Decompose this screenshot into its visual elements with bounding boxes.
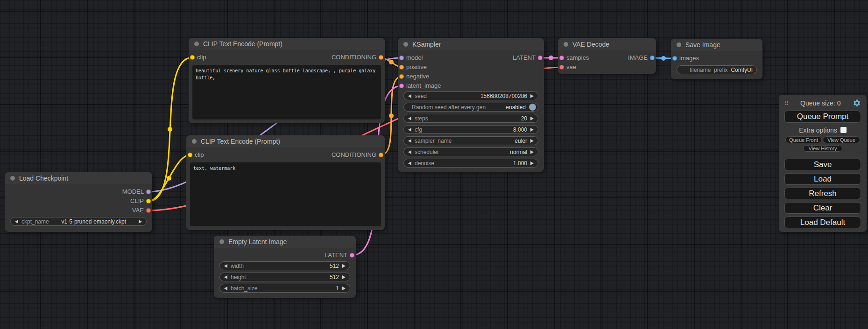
decrement-arrow-icon[interactable] [408,94,411,98]
clear-label: Clear [813,203,833,213]
link-midpoint-dot[interactable] [661,56,666,61]
denoise-widget[interactable]: denoise 1.000 [403,159,538,168]
link-midpoint-dot[interactable] [168,127,172,132]
height-widget[interactable]: height 512 [219,273,350,281]
refresh-button[interactable]: Refresh [784,188,861,199]
load-button[interactable]: Load [784,173,861,185]
decrement-arrow-icon[interactable] [408,150,411,154]
port-label: samples [566,54,589,61]
negative-prompt-textarea[interactable]: text, watermark [190,162,381,226]
positive-prompt-textarea[interactable]: beautiful scenery nature glass bottle la… [192,65,381,119]
port-conditioning-output-dot[interactable] [379,55,383,60]
collapse-dot-icon[interactable] [564,42,568,47]
link-midpoint-dot[interactable] [549,56,553,60]
increment-arrow-icon[interactable] [342,275,346,279]
cfg-widget[interactable]: cfg 8.000 [403,125,538,134]
decrement-arrow-icon[interactable] [15,220,18,224]
collapse-dot-icon[interactable] [677,42,681,47]
link-midpoint-dot[interactable] [389,60,394,64]
node-titlebar[interactable]: CLIP Text Encode (Prompt) [186,135,385,147]
random-seed-widget[interactable]: Random seed after every gen enabled [403,103,538,112]
port-clip-input-dot[interactable] [190,55,195,60]
queue-prompt-button[interactable]: Queue Prompt [784,111,861,123]
toggle-on-icon[interactable] [529,104,536,111]
port-clip-input-dot[interactable] [188,153,192,157]
decrement-arrow-icon[interactable] [408,139,411,143]
port-model-input-dot[interactable] [399,56,404,60]
decrement-arrow-icon[interactable] [408,128,411,132]
port-vae-output-dot[interactable] [146,208,151,213]
decrement-arrow-icon[interactable] [408,161,411,165]
port-clip-output-dot[interactable] [146,199,151,203]
ckpt-name-widget[interactable]: ckpt_name v1-5-pruned-emaonly.ckpt [10,217,147,226]
node-title: Empty Latent Image [228,238,287,245]
port-image-output-dot[interactable] [650,56,655,60]
input-negative: negative [398,72,429,81]
collapse-dot-icon[interactable] [194,42,199,46]
port-samples-input-dot[interactable] [559,56,564,60]
node-clip-text-encode-negative[interactable]: CLIP Text Encode (Prompt) clip CONDITION… [186,135,385,230]
port-positive-input-dot[interactable] [399,65,404,70]
filename-prefix-widget[interactable]: filename_prefix ComfyUI [677,65,757,74]
collapse-dot-icon[interactable] [10,176,15,181]
port-conditioning-output-dot[interactable] [379,153,383,157]
port-latent-output-dot[interactable] [538,56,543,60]
node-titlebar[interactable]: VAE Decode [558,38,656,50]
batch-size-widget[interactable]: batch_size 1 [219,284,350,293]
width-widget[interactable]: width 512 [219,261,350,270]
increment-arrow-icon[interactable] [530,150,534,154]
queue-menu-panel[interactable]: ⠿ Queue size: 0 Queue Prompt Extra optio… [779,95,867,232]
increment-arrow-icon[interactable] [342,287,346,290]
port-vae-input-dot[interactable] [559,65,564,70]
node-empty-latent-image[interactable]: Empty Latent Image LATENT width 512 heig… [214,236,356,298]
queue-prompt-label: Queue Prompt [797,112,849,121]
port-latent-output-dot[interactable] [350,253,354,258]
node-load-checkpoint[interactable]: Load Checkpoint MODEL CLIP VAE ckpt_name… [5,172,152,232]
decrement-arrow-icon[interactable] [224,287,227,290]
increment-arrow-icon[interactable] [530,128,534,132]
port-images-input-dot[interactable] [672,56,677,61]
node-titlebar[interactable]: Empty Latent Image [214,236,356,248]
collapse-dot-icon[interactable] [219,239,224,244]
node-titlebar[interactable]: Save Image [671,39,762,51]
node-ksampler[interactable]: KSampler model LATENT positive negative … [398,38,544,172]
link-midpoint-dot[interactable] [389,113,394,118]
increment-arrow-icon[interactable] [530,139,534,143]
increment-arrow-icon[interactable] [530,117,534,120]
increment-arrow-icon[interactable] [530,161,534,165]
gear-icon[interactable] [853,99,861,107]
port-model-output-dot[interactable] [146,189,151,194]
drag-handle-icon[interactable]: ⠿ [784,100,789,107]
node-clip-text-encode-positive[interactable]: CLIP Text Encode (Prompt) clip CONDITION… [189,38,385,123]
node-titlebar[interactable]: CLIP Text Encode (Prompt) [189,38,385,50]
node-titlebar[interactable]: Load Checkpoint [5,172,152,184]
node-save-image[interactable]: Save Image images filename_prefix ComfyU… [671,39,762,79]
load-default-button[interactable]: Load Default [784,217,861,228]
node-titlebar[interactable]: KSampler [398,38,544,50]
scheduler-widget[interactable]: scheduler normal [403,147,538,156]
input-clip: clip [189,53,206,62]
extra-options-checkbox[interactable] [840,127,847,133]
view-history-button[interactable]: View History [803,145,842,152]
increment-arrow-icon[interactable] [342,264,346,268]
node-vae-decode[interactable]: VAE Decode samples IMAGE vae [558,38,656,74]
increment-arrow-icon[interactable] [530,94,534,98]
decrement-arrow-icon[interactable] [224,264,227,268]
collapse-dot-icon[interactable] [403,42,408,47]
clear-button[interactable]: Clear [784,202,861,214]
port-negative-input-dot[interactable] [399,74,404,79]
graph-canvas[interactable]: { "nodes": { "load_checkpoint": { "title… [0,0,868,329]
collapse-dot-icon[interactable] [192,139,197,144]
link-midpoint-dot[interactable] [167,176,171,181]
decrement-arrow-icon[interactable] [408,117,411,120]
port-label: IMAGE [628,54,648,61]
steps-widget[interactable]: steps 20 [403,114,538,123]
queue-front-button[interactable]: Queue Front [785,136,822,143]
decrement-arrow-icon[interactable] [224,275,227,279]
port-latent-image-input-dot[interactable] [399,84,404,88]
sampler-name-widget[interactable]: sampler_name euler [403,136,538,145]
increment-arrow-icon[interactable] [139,220,142,224]
view-queue-button[interactable]: View Queue [823,136,860,143]
seed-widget[interactable]: seed 156680208700286 [403,91,538,100]
save-button[interactable]: Save [784,159,861,170]
